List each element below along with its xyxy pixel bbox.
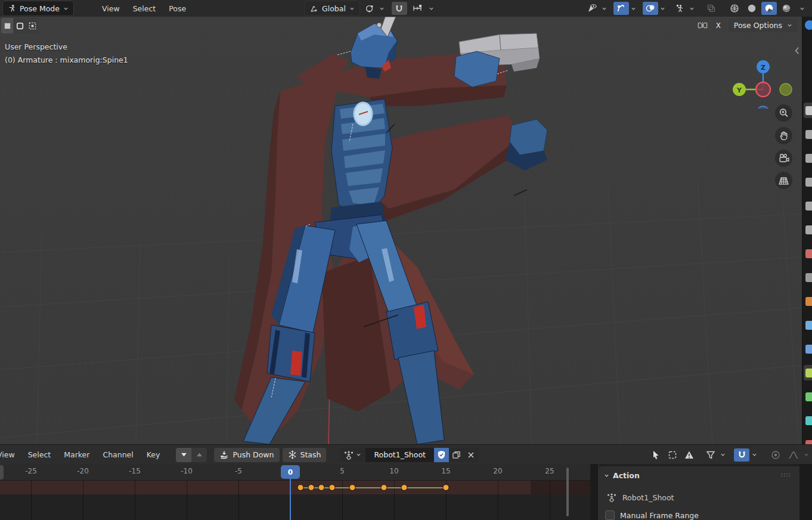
keyframe-dot[interactable] (297, 484, 304, 491)
mirror-x-toggle[interactable]: X (712, 18, 725, 32)
move-channel-down-button[interactable] (176, 448, 191, 462)
action-name-field[interactable]: Robot1_Shoot (365, 448, 434, 462)
ds-menu-key[interactable]: Key (140, 450, 167, 459)
pivot-point-button[interactable] (362, 2, 377, 15)
menu-select[interactable]: Select (126, 4, 163, 13)
keyframe-dot[interactable] (328, 484, 335, 491)
chevron-down-icon[interactable] (631, 7, 636, 11)
shading-material-preview-button[interactable] (761, 2, 777, 15)
action-panel-header[interactable]: Action (604, 471, 640, 480)
gizmo-z-neg-axis[interactable] (757, 106, 769, 109)
ds-menu-marker[interactable]: Marker (57, 450, 96, 459)
keyframe-dot[interactable] (443, 484, 450, 491)
tool-tab-icon[interactable] (805, 106, 812, 115)
keyframe-dot[interactable] (318, 484, 325, 491)
keyframe-dot[interactable] (401, 484, 408, 491)
stash-button[interactable]: Stash (283, 448, 327, 462)
ruler-tick[interactable]: -25 (25, 467, 37, 475)
dopesheet-area[interactable]: -25-20-15-10-5510152025 0 Action :::: Ro… (0, 464, 812, 520)
proportional-falloff-button[interactable] (786, 448, 801, 462)
shading-rendered-button[interactable] (779, 2, 794, 15)
show-gizmo-toggle[interactable] (613, 2, 629, 15)
fake-user-toggle[interactable] (434, 448, 449, 462)
object-visibility-button[interactable] (584, 2, 600, 15)
object-tab-icon[interactable] (805, 249, 812, 258)
toggle-xray-button[interactable] (703, 2, 719, 15)
summary-channel-band[interactable] (0, 480, 590, 494)
render-tab-icon[interactable] (805, 130, 812, 139)
bone-tab-icon[interactable] (805, 392, 812, 401)
shading-solid-button[interactable] (744, 2, 760, 15)
pan-button[interactable] (775, 127, 792, 144)
chevron-down-icon[interactable] (689, 7, 695, 11)
ruler-tick[interactable]: -20 (77, 467, 89, 475)
ruler-tick[interactable]: -5 (235, 467, 242, 475)
viewlayer-tab-icon[interactable] (805, 178, 812, 187)
chevron-down-icon[interactable] (379, 7, 385, 11)
filter-button[interactable] (703, 448, 718, 462)
keyframe-dot[interactable] (308, 484, 314, 491)
transform-orientation-dropdown[interactable]: Global (304, 1, 360, 16)
vertical-scrollbar[interactable] (566, 468, 569, 516)
push-down-button[interactable]: Push Down (214, 448, 279, 462)
chevron-down-icon[interactable] (799, 7, 805, 11)
gizmo-x-axis[interactable] (756, 82, 770, 97)
select-mode-extend-button[interactable] (14, 18, 26, 33)
ruler-tick[interactable]: -10 (181, 467, 193, 475)
ds-menu-channel[interactable]: Channel (96, 450, 140, 459)
new-action-button[interactable] (449, 448, 464, 462)
snap-keyframes-toggle[interactable] (734, 448, 749, 462)
only-selected-filter-button[interactable] (649, 448, 663, 462)
only-errors-filter-button[interactable] (682, 448, 696, 462)
zoom-button[interactable] (775, 104, 792, 122)
show-hidden-filter-button[interactable] (665, 448, 680, 462)
3d-scene[interactable] (0, 17, 812, 444)
world-tab-icon[interactable] (805, 225, 812, 234)
snap-toggle-button[interactable] (392, 2, 407, 15)
ds-menu-select[interactable]: Select (21, 450, 58, 459)
properties-editor-strip[interactable] (802, 17, 812, 444)
playhead[interactable] (290, 479, 291, 520)
ruler-tick[interactable]: -15 (129, 467, 141, 475)
particles-tab-icon[interactable] (805, 297, 812, 306)
pose-options-dropdown[interactable]: Pose Options (729, 18, 798, 32)
ruler-tick[interactable]: 20 (493, 467, 502, 475)
select-mode-set-button[interactable] (1, 18, 13, 33)
output-tab-icon[interactable] (805, 154, 812, 163)
keyframe-dot[interactable] (380, 484, 387, 491)
navigation-gizmo[interactable]: Z Y (729, 35, 798, 109)
ruler-tick[interactable]: 15 (441, 467, 450, 475)
action-browse-button[interactable] (339, 448, 365, 462)
ruler-tick[interactable]: 25 (545, 467, 554, 475)
chevron-down-icon[interactable] (752, 453, 757, 457)
scrollbar-nub[interactable] (0, 465, 4, 479)
data-tab-icon[interactable] (805, 369, 812, 377)
ruler-tick[interactable]: 10 (389, 467, 398, 475)
3d-viewport[interactable]: User Perspective (0) Armature : mixamori… (0, 17, 812, 444)
chevron-down-icon[interactable] (720, 453, 726, 457)
constraints-tab-icon[interactable] (805, 345, 812, 354)
manual-frame-range-checkbox[interactable] (605, 510, 615, 520)
chevron-down-icon[interactable] (602, 7, 607, 11)
current-frame-indicator[interactable]: 0 (281, 465, 300, 479)
armature-xray-button[interactable] (672, 2, 687, 15)
menu-pose[interactable]: Pose (162, 4, 193, 13)
scene-tab-icon[interactable] (805, 202, 812, 211)
material-tab-icon[interactable] (805, 416, 812, 425)
ds-menu-view[interactable]: View (0, 450, 21, 459)
gizmo-y-neg-axis[interactable] (780, 83, 792, 95)
character-3d-model[interactable] (234, 17, 547, 444)
menu-view[interactable]: View (95, 4, 126, 13)
texture-tab-icon[interactable] (805, 440, 812, 444)
chevron-down-icon[interactable] (429, 7, 434, 11)
select-mode-subtract-button[interactable] (26, 18, 38, 33)
unlink-action-button[interactable] (464, 448, 479, 462)
mode-selector[interactable]: Pose Mode (2, 1, 74, 16)
shading-wireframe-button[interactable] (727, 2, 742, 15)
keyframe-dot[interactable] (349, 484, 356, 491)
chevron-down-icon[interactable] (660, 7, 665, 11)
proportional-edit-toggle[interactable] (768, 448, 783, 462)
modifier-tab-icon[interactable] (805, 273, 812, 282)
chevron-down-icon[interactable] (804, 453, 809, 457)
sidebar-collapse-chevron-icon[interactable] (794, 47, 800, 55)
